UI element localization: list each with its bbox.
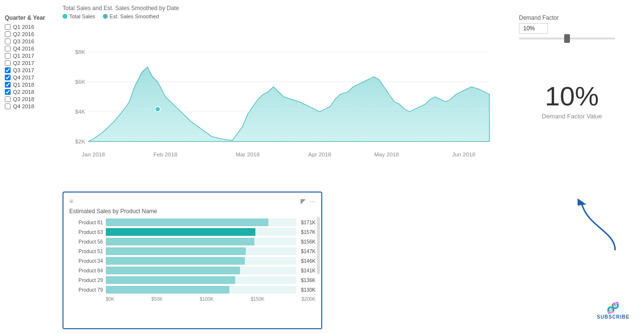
filter-label-10: Q3 2018 bbox=[13, 96, 34, 102]
filter-label-4: Q1 2017 bbox=[13, 53, 34, 59]
filter-label-0: Q1 2016 bbox=[13, 24, 34, 30]
bar-fill-2 bbox=[106, 238, 254, 245]
subscribe-button[interactable]: 🧬 SUBSCRIBE bbox=[597, 302, 630, 320]
bar-value-3: $147K bbox=[301, 248, 316, 254]
filter-item-4[interactable]: Q1 2017 bbox=[5, 53, 58, 59]
bar-row-6: Product 29$136K bbox=[69, 276, 316, 284]
filter-checkbox-8[interactable] bbox=[5, 82, 11, 88]
svg-text:Jun 2018: Jun 2018 bbox=[452, 152, 475, 157]
svg-text:Mar 2018: Mar 2018 bbox=[236, 152, 260, 157]
filter-item-3[interactable]: Q4 2016 bbox=[5, 46, 58, 51]
legend-total-sales: Total Sales bbox=[63, 13, 95, 19]
demand-factor-label: Demand Factor bbox=[519, 14, 625, 21]
axis-label-0: $0K bbox=[106, 296, 114, 302]
bar-row-0: Product 81$171K bbox=[69, 218, 316, 226]
chart-area: Total Sales and Est. Sales Smoothed by D… bbox=[63, 5, 500, 329]
legend-label-total-sales: Total Sales bbox=[69, 13, 95, 19]
filter-item-0[interactable]: Q1 2016 bbox=[5, 24, 58, 30]
slider-thumb[interactable] bbox=[564, 34, 570, 43]
top-chart: Total Sales and Est. Sales Smoothed by D… bbox=[63, 5, 500, 188]
dna-icon: 🧬 bbox=[606, 302, 620, 314]
bar-fill-0 bbox=[106, 218, 268, 226]
filter-label-11: Q4 2018 bbox=[13, 103, 34, 109]
filter-label-5: Q2 2017 bbox=[13, 60, 34, 66]
filter-item-6[interactable]: Q3 2017 bbox=[5, 67, 58, 73]
filter-panel: Quarter & Year Q1 2016Q2 2016Q3 2016Q4 2… bbox=[5, 5, 58, 329]
more-options-icon[interactable]: ··· bbox=[310, 197, 316, 205]
right-panel: Demand Factor 10% 10% Demand Factor Valu… bbox=[505, 5, 639, 329]
arrow-svg bbox=[577, 193, 625, 255]
bar-track-2 bbox=[106, 238, 296, 245]
svg-text:Jan 2018: Jan 2018 bbox=[82, 152, 105, 157]
bar-fill-5 bbox=[106, 267, 240, 274]
bar-label-1: Product 63 bbox=[69, 229, 103, 235]
filter-label-1: Q2 2016 bbox=[13, 31, 34, 37]
bar-row-5: Product 84$141K bbox=[69, 267, 316, 274]
panel-controls: ≡ ◤ ··· bbox=[69, 197, 316, 205]
filter-checkbox-1[interactable] bbox=[5, 31, 11, 37]
bar-label-3: Product 51 bbox=[69, 248, 103, 254]
bar-value-5: $141K bbox=[301, 268, 316, 273]
bar-value-1: $157K bbox=[301, 229, 316, 235]
legend-label-est-sales: Est. Sales Smoothed bbox=[110, 13, 159, 19]
bar-track-6 bbox=[106, 276, 296, 284]
filter-label-8: Q1 2018 bbox=[13, 82, 34, 88]
legend-dot-total-sales bbox=[63, 14, 67, 19]
slider-track[interactable] bbox=[519, 38, 615, 39]
filter-item-7[interactable]: Q4 2017 bbox=[5, 75, 58, 80]
bar-chart-panel: ≡ ◤ ··· Estimated Sales by Product Name … bbox=[63, 192, 322, 329]
legend-dot-est-sales bbox=[103, 14, 108, 19]
bar-row-7: Product 79$130K bbox=[69, 286, 316, 294]
filter-checkbox-2[interactable] bbox=[5, 39, 11, 44]
bar-label-5: Product 84 bbox=[69, 268, 103, 273]
filter-item-1[interactable]: Q2 2016 bbox=[5, 31, 58, 37]
bar-track-0 bbox=[106, 218, 296, 226]
top-chart-title: Total Sales and Est. Sales Smoothed by D… bbox=[63, 5, 500, 12]
bar-value-6: $136K bbox=[301, 277, 316, 283]
filter-checkbox-7[interactable] bbox=[5, 75, 11, 80]
bar-chart-content: Product 81$171KProduct 63$157KProduct 56… bbox=[69, 218, 316, 294]
scrollbar[interactable] bbox=[317, 217, 320, 274]
bar-label-6: Product 29 bbox=[69, 277, 103, 283]
filter-item-5[interactable]: Q2 2017 bbox=[5, 60, 58, 66]
filter-item-11[interactable]: Q4 2018 bbox=[5, 103, 58, 109]
area-chart-svg: $2K $4K $6K $8K bbox=[63, 22, 500, 171]
filter-checkbox-11[interactable] bbox=[5, 103, 11, 109]
bar-value-2: $156K bbox=[301, 239, 316, 244]
svg-text:$4K: $4K bbox=[75, 109, 85, 115]
expand-icon[interactable]: ◤ bbox=[301, 197, 306, 205]
chart-legend: Total Sales Est. Sales Smoothed bbox=[63, 13, 500, 19]
drag-handle-icon: ≡ bbox=[69, 197, 73, 205]
filter-item-2[interactable]: Q3 2016 bbox=[5, 39, 58, 44]
filter-title: Quarter & Year bbox=[5, 14, 58, 21]
bar-label-7: Product 79 bbox=[69, 287, 103, 293]
filter-item-10[interactable]: Q3 2018 bbox=[5, 96, 58, 102]
filter-checkbox-10[interactable] bbox=[5, 96, 11, 102]
filter-checkbox-5[interactable] bbox=[5, 60, 11, 66]
filter-item-8[interactable]: Q1 2018 bbox=[5, 82, 58, 88]
bar-row-4: Product 34$146K bbox=[69, 257, 316, 265]
filter-label-2: Q3 2016 bbox=[13, 39, 34, 44]
svg-marker-15 bbox=[577, 196, 586, 207]
legend-est-sales: Est. Sales Smoothed bbox=[103, 13, 159, 19]
filter-checkbox-0[interactable] bbox=[5, 24, 11, 30]
filter-checkbox-9[interactable] bbox=[5, 89, 11, 95]
bar-fill-1 bbox=[106, 228, 255, 236]
arrow-container bbox=[577, 193, 625, 257]
bar-row-1: Product 63$157K bbox=[69, 228, 316, 236]
svg-text:$6K: $6K bbox=[75, 79, 85, 85]
demand-factor-input[interactable]: 10% bbox=[519, 23, 548, 34]
svg-text:$2K: $2K bbox=[75, 139, 85, 144]
subscribe-label: SUBSCRIBE bbox=[597, 314, 630, 320]
svg-text:$8K: $8K bbox=[75, 49, 85, 55]
demand-big-value: 10% bbox=[542, 83, 602, 110]
filter-checkbox-4[interactable] bbox=[5, 53, 11, 59]
bar-axis: $0K$50K$100K$150K$200K bbox=[69, 296, 316, 302]
filter-label-6: Q3 2017 bbox=[13, 67, 34, 73]
svg-text:May 2018: May 2018 bbox=[374, 152, 399, 157]
bar-row-3: Product 51$147K bbox=[69, 247, 316, 255]
filter-item-9[interactable]: Q2 2018 bbox=[5, 89, 58, 95]
svg-point-8 bbox=[155, 107, 160, 112]
filter-checkbox-6[interactable] bbox=[5, 67, 11, 73]
filter-checkbox-3[interactable] bbox=[5, 46, 11, 51]
